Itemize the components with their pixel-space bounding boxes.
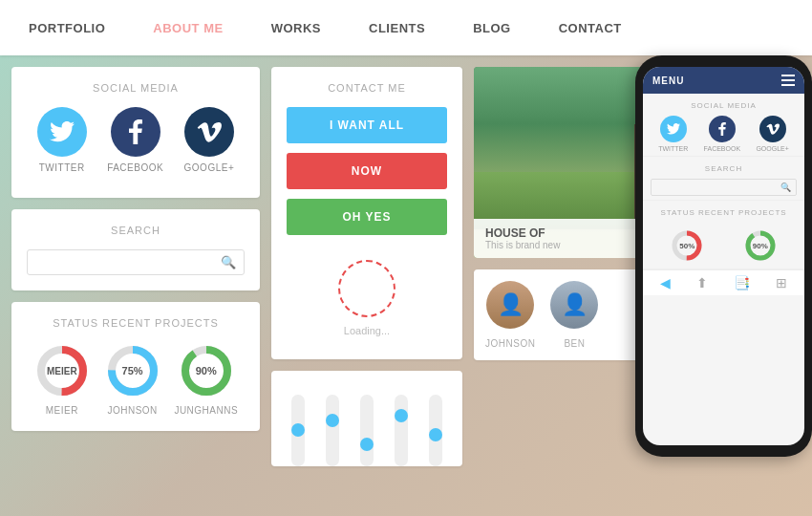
- hamburger-line-2: [781, 79, 795, 81]
- nav-portfolio[interactable]: PORTFOLIO: [29, 21, 105, 35]
- ben-avatar: 👤: [550, 281, 598, 329]
- search-card: SEARCH 🔍: [11, 209, 260, 290]
- phone-status-1: 50%: [670, 228, 704, 263]
- meier-donut: MEIER: [33, 342, 91, 399]
- johnson-donut: 75%: [104, 342, 161, 399]
- phone-status-section: STATUS RECENT PROJECTS 50%: [643, 201, 804, 269]
- hamburger-line-1: [781, 75, 795, 76]
- facebook-wrap: FACEBOOK: [107, 107, 163, 173]
- junghanns-donut: 90%: [178, 342, 235, 399]
- phone-back-icon[interactable]: ◀: [660, 275, 671, 290]
- johnson-face: 👤: [486, 281, 534, 329]
- nav-contact[interactable]: CONTACT: [559, 21, 622, 35]
- phone-search-title: SEARCH: [651, 164, 797, 173]
- twitter-wrap: TWITTER: [37, 107, 87, 173]
- phone-twitter-label: TWITTER: [658, 145, 688, 152]
- phone-twitter: TWITTER: [658, 116, 688, 152]
- slider-2[interactable]: [326, 395, 339, 466]
- phone-googleplus-label: GOOGLE+: [756, 145, 788, 152]
- loading-circle: [338, 260, 395, 317]
- phone-donut-label-2: 90%: [753, 242, 768, 250]
- nav-works[interactable]: WORKS: [271, 21, 321, 35]
- phone-screen: MENU SOCIAL MEDIA TWITTER: [643, 67, 804, 445]
- johnson-label: JOHNSON: [107, 405, 157, 416]
- phone-status-title: STATUS RECENT PROJECTS: [651, 208, 797, 217]
- slider-thumb-2[interactable]: [326, 414, 339, 427]
- status-card: STATUS RECENT PROJECTS MEIER MEIER: [11, 302, 260, 431]
- status-johnson: 75% JOHNSON: [104, 342, 161, 416]
- vimeo-label: GOOGLE+: [184, 162, 235, 173]
- slider-thumb-3[interactable]: [360, 438, 374, 451]
- twitter-icon[interactable]: [37, 107, 87, 157]
- left-column: SOCIAL MEDIA TWITTER: [11, 67, 260, 505]
- phone-search-input[interactable]: [656, 183, 780, 192]
- junghanns-label: JUNGHANNS: [174, 405, 238, 416]
- phone-social-row: TWITTER FACEBOOK GOOGLE+: [651, 116, 797, 152]
- sliders-row: [271, 371, 462, 466]
- ben-member: 👤 BEN: [550, 281, 598, 349]
- phone-twitter-icon[interactable]: [660, 116, 687, 142]
- slider-5[interactable]: [429, 395, 442, 466]
- phone-googleplus: GOOGLE+: [756, 116, 788, 152]
- vimeo-icon[interactable]: [184, 107, 234, 157]
- twitter-label: TWITTER: [39, 162, 85, 173]
- johnson-avatar: 👤: [486, 281, 534, 329]
- contact-card: CONTACT ME I WANT ALL NOW OH YES Loading…: [271, 67, 462, 359]
- phone-social-title: SOCIAL MEDIA: [651, 101, 797, 110]
- search-input[interactable]: [35, 256, 221, 269]
- status-meier: MEIER MEIER: [33, 342, 91, 416]
- nav-about[interactable]: ABOUT ME: [153, 21, 223, 35]
- phone-share-icon[interactable]: ⬆: [696, 275, 708, 290]
- phone-menu-bar: MENU: [643, 67, 804, 94]
- phone-search-box: 🔍: [651, 179, 797, 196]
- loading-area: Loading...: [287, 245, 447, 344]
- slider-thumb-5[interactable]: [429, 428, 442, 441]
- vimeo-wrap: GOOGLE+: [184, 107, 235, 173]
- i-want-all-button[interactable]: I WANT ALL: [287, 107, 447, 143]
- hamburger-line-3: [781, 84, 795, 86]
- slider-3[interactable]: [360, 395, 374, 466]
- phone-googleplus-icon[interactable]: [759, 116, 786, 142]
- loading-text: Loading...: [344, 325, 390, 336]
- slider-thumb-4[interactable]: [395, 409, 408, 422]
- phone-status-row: 50% 90%: [651, 223, 797, 265]
- slider-1[interactable]: [291, 395, 305, 466]
- nav-clients[interactable]: CLIENTS: [369, 21, 425, 35]
- status-card-title: STATUS RECENT PROJECTS: [27, 317, 245, 329]
- ben-face: 👤: [550, 281, 598, 329]
- nav-blog[interactable]: BLOG: [473, 21, 511, 35]
- johnson-percent: 75%: [122, 365, 143, 376]
- phone-donut-1: 50%: [670, 228, 704, 263]
- phone-facebook-label: FACEBOOK: [704, 145, 741, 152]
- phone-bottom-bar: ◀ ⬆ 📑 ⊞: [643, 269, 804, 295]
- search-card-title: SEARCH: [27, 225, 245, 236]
- status-junghanns: 90% JUNGHANNS: [174, 342, 238, 416]
- phone-tabs-icon[interactable]: ⊞: [776, 275, 787, 290]
- middle-column: CONTACT ME I WANT ALL NOW OH YES Loading…: [271, 67, 462, 505]
- johnson-member-name: JOHNSON: [485, 338, 535, 349]
- junghanns-percent: 90%: [196, 365, 217, 376]
- slider-4[interactable]: [395, 395, 408, 466]
- hamburger-icon[interactable]: [781, 75, 795, 86]
- navbar: PORTFOLIO ABOUT ME WORKS CLIENTS BLOG CO…: [0, 0, 812, 55]
- social-card-title: SOCIAL MEDIA: [27, 82, 245, 94]
- phone-bookmark-icon[interactable]: 📑: [734, 275, 750, 290]
- facebook-icon[interactable]: [111, 107, 160, 157]
- contact-title: CONTACT ME: [287, 82, 447, 94]
- phone-search-icon: 🔍: [780, 183, 791, 192]
- search-box: 🔍: [27, 249, 245, 275]
- facebook-label: FACEBOOK: [107, 162, 163, 173]
- oh-yes-button[interactable]: OH YES: [287, 199, 447, 235]
- now-button[interactable]: NOW: [287, 153, 447, 189]
- phone-donut-2: 90%: [743, 228, 778, 263]
- meier-label: MEIER: [46, 405, 78, 416]
- phone-facebook-icon[interactable]: [709, 116, 736, 142]
- slider-thumb-1[interactable]: [291, 423, 305, 437]
- phone-search-section: SEARCH 🔍: [643, 157, 804, 201]
- phone-status-2: 90%: [743, 228, 778, 263]
- ben-member-name: BEN: [564, 338, 585, 349]
- social-icons-row: TWITTER FACEBOOK G: [27, 107, 245, 173]
- social-media-card: SOCIAL MEDIA TWITTER: [11, 67, 260, 198]
- phone-donut-label-1: 50%: [679, 242, 694, 250]
- johnson-member: 👤 JOHNSON: [485, 281, 535, 349]
